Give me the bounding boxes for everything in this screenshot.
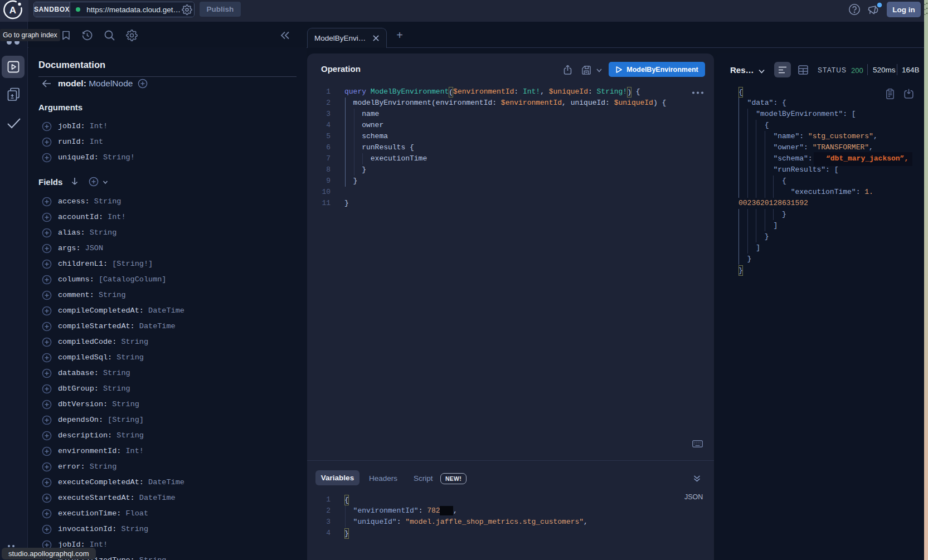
svg-text:A: A [9,5,16,16]
